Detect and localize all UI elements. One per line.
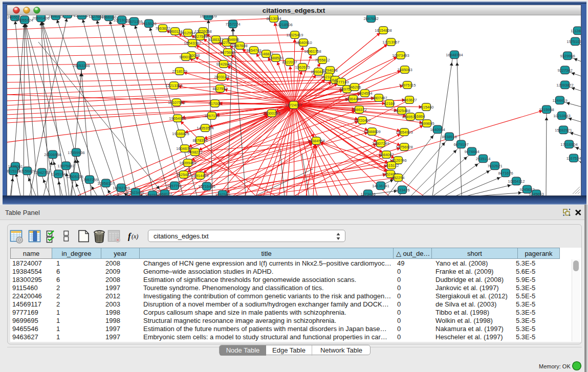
svg-text:19654985: 19654985 bbox=[169, 116, 186, 121]
svg-text:citations_edges.txt: citations_edges.txt bbox=[263, 7, 325, 14]
svg-text:7515526: 7515526 bbox=[141, 21, 156, 26]
svg-text:417006: 417006 bbox=[208, 101, 221, 106]
svg-text:24055724: 24055724 bbox=[16, 18, 33, 23]
svg-text:1145194: 1145194 bbox=[51, 172, 66, 177]
svg-text:3024554: 3024554 bbox=[357, 91, 372, 96]
svg-text:2867608: 2867608 bbox=[232, 43, 247, 48]
svg-text:1167534: 1167534 bbox=[567, 156, 581, 161]
svg-text:8875685: 8875685 bbox=[220, 50, 235, 55]
svg-text:12923446: 12923446 bbox=[127, 190, 144, 195]
svg-text:19384554: 19384554 bbox=[308, 139, 324, 143]
svg-text:746266: 746266 bbox=[348, 85, 361, 90]
svg-text:10973493: 10973493 bbox=[392, 53, 409, 58]
svg-text:15716485: 15716485 bbox=[198, 184, 215, 189]
svg-text:9463627: 9463627 bbox=[402, 98, 417, 102]
svg-text:9329966: 9329966 bbox=[560, 54, 575, 58]
svg-text:16961758: 16961758 bbox=[304, 49, 321, 54]
svg-text:7632621: 7632621 bbox=[487, 164, 502, 168]
svg-text:16914479: 16914479 bbox=[191, 173, 208, 178]
svg-text:12975115: 12975115 bbox=[399, 83, 416, 87]
svg-text:8878354: 8878354 bbox=[192, 138, 207, 143]
svg-text:19654923: 19654923 bbox=[396, 130, 412, 135]
svg-text:9699695: 9699695 bbox=[419, 121, 434, 126]
svg-text:17359936: 17359936 bbox=[68, 150, 84, 155]
svg-text:2803144: 2803144 bbox=[214, 75, 229, 79]
svg-text:9242848: 9242848 bbox=[216, 62, 231, 67]
svg-text:9457791: 9457791 bbox=[167, 184, 182, 188]
svg-text:8938918: 8938918 bbox=[442, 135, 456, 139]
svg-text:15692971: 15692971 bbox=[555, 128, 572, 133]
svg-text:25300293: 25300293 bbox=[263, 111, 280, 116]
svg-text:10025488: 10025488 bbox=[393, 108, 410, 113]
svg-text:8813054: 8813054 bbox=[266, 16, 281, 21]
svg-text:10107553: 10107553 bbox=[168, 100, 185, 105]
svg-text:1615112: 1615112 bbox=[384, 163, 399, 168]
svg-text:9115460: 9115460 bbox=[419, 105, 434, 110]
svg-text:1640954: 1640954 bbox=[430, 127, 445, 132]
svg-text:13975887: 13975887 bbox=[57, 164, 74, 168]
svg-text:16864: 16864 bbox=[415, 114, 425, 119]
svg-text:154696: 154696 bbox=[226, 37, 239, 42]
svg-text:6794028: 6794028 bbox=[322, 68, 337, 73]
svg-text:20691406: 20691406 bbox=[32, 16, 49, 20]
svg-text:20364436: 20364436 bbox=[344, 97, 361, 101]
svg-text:19756928: 19756928 bbox=[396, 145, 412, 149]
svg-text:1362615: 1362615 bbox=[295, 65, 310, 70]
svg-text:14353594: 14353594 bbox=[197, 126, 213, 130]
svg-text:10807487: 10807487 bbox=[370, 96, 387, 100]
svg-text:12213967: 12213967 bbox=[382, 40, 399, 45]
svg-text:(x): (x) bbox=[132, 233, 138, 240]
svg-text:9474444: 9474444 bbox=[464, 149, 479, 154]
svg-text:20206556: 20206556 bbox=[44, 152, 61, 157]
svg-text:7625402: 7625402 bbox=[176, 172, 191, 177]
svg-text:7955812: 7955812 bbox=[315, 58, 330, 62]
svg-text:18640910: 18640910 bbox=[295, 40, 312, 45]
svg-text:12213369: 12213369 bbox=[165, 83, 182, 88]
svg-text:10958107: 10958107 bbox=[97, 181, 114, 186]
svg-text:16671355: 16671355 bbox=[125, 19, 142, 24]
svg-text:7357224: 7357224 bbox=[225, 22, 240, 27]
svg-text:1588520: 1588520 bbox=[268, 56, 283, 60]
svg-text:1733426: 1733426 bbox=[395, 188, 409, 192]
svg-text:3215958: 3215958 bbox=[539, 107, 554, 112]
svg-text:19166825: 19166825 bbox=[172, 132, 189, 136]
svg-text:8471676: 8471676 bbox=[498, 171, 513, 176]
svg-text:2935114: 2935114 bbox=[476, 157, 491, 161]
svg-text:15720407: 15720407 bbox=[354, 118, 371, 123]
svg-text:17957255: 17957255 bbox=[81, 178, 98, 182]
svg-text:16782759: 16782759 bbox=[113, 186, 129, 190]
svg-text:3267130: 3267130 bbox=[204, 114, 219, 118]
svg-text:8322037: 8322037 bbox=[282, 60, 297, 64]
svg-text:10210643: 10210643 bbox=[553, 114, 570, 118]
svg-text:2718170: 2718170 bbox=[172, 69, 187, 74]
svg-text:16648784: 16648784 bbox=[446, 53, 463, 57]
svg-text:29053346: 29053346 bbox=[73, 63, 90, 68]
svg-text:1244419: 1244419 bbox=[552, 98, 567, 103]
svg-text:9327508: 9327508 bbox=[192, 34, 207, 39]
svg-text:16099489: 16099489 bbox=[179, 161, 196, 165]
svg-text:2887682: 2887682 bbox=[363, 16, 378, 21]
svg-text:17016504: 17016504 bbox=[560, 142, 577, 147]
svg-text:7986372: 7986372 bbox=[352, 107, 366, 112]
svg-text:6679197: 6679197 bbox=[453, 142, 468, 147]
svg-text:989012: 989012 bbox=[179, 55, 192, 59]
svg-text:16154808: 16154808 bbox=[375, 28, 391, 33]
svg-text:9777169: 9777169 bbox=[334, 80, 349, 84]
svg-text:10688609: 10688609 bbox=[363, 129, 380, 134]
svg-text:9498222: 9498222 bbox=[187, 150, 202, 155]
svg-text:12093872: 12093872 bbox=[556, 83, 573, 87]
svg-text:9084067: 9084067 bbox=[379, 152, 394, 157]
svg-text:12942757: 12942757 bbox=[33, 170, 50, 175]
svg-text:13218506: 13218506 bbox=[275, 23, 292, 27]
svg-text:11325419: 11325419 bbox=[287, 33, 303, 37]
svg-text:14136141: 14136141 bbox=[372, 184, 389, 188]
svg-text:9227342: 9227342 bbox=[557, 68, 572, 73]
svg-text:16543382: 16543382 bbox=[184, 41, 201, 46]
svg-text:18724007: 18724007 bbox=[285, 103, 302, 107]
svg-text:252254: 252254 bbox=[391, 176, 404, 180]
svg-text:10654112: 10654112 bbox=[508, 179, 525, 184]
svg-text:18807249: 18807249 bbox=[372, 141, 389, 146]
svg-text:8427552: 8427552 bbox=[212, 86, 227, 91]
svg-text:62160: 62160 bbox=[384, 101, 395, 106]
svg-text:7485063: 7485063 bbox=[397, 68, 412, 72]
